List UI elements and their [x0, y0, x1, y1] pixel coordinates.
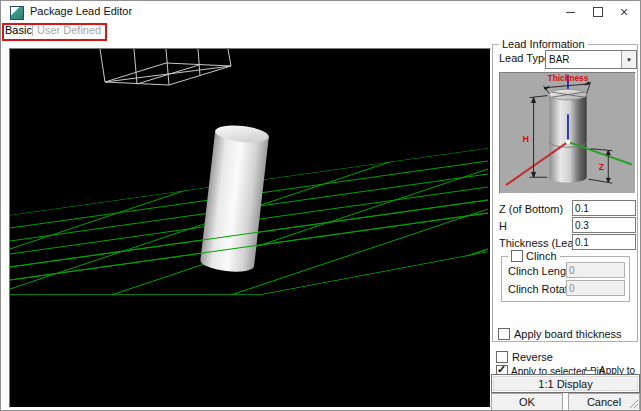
- z-of-bottom-label: Z (of Bottom): [499, 203, 563, 215]
- title-bar: Package Lead Editor ×: [1, 1, 640, 23]
- minimize-icon: [566, 12, 575, 13]
- lead-type-dropdown[interactable]: BAR ▼: [545, 50, 637, 69]
- dropdown-arrow-icon[interactable]: ▼: [621, 51, 636, 68]
- z-dim-label: Z: [599, 162, 605, 172]
- clinch-group: Clinch Clinch Length Clinch Rotation: [501, 256, 630, 302]
- h-label: H: [499, 220, 507, 232]
- lead-type-value: BAR: [546, 54, 621, 65]
- reverse-label: Reverse: [512, 351, 553, 363]
- resize-grip[interactable]: [628, 398, 639, 409]
- apply-board-thickness-row: Apply board thickness: [498, 328, 622, 340]
- lead-preview-image: Thickness H Z: [499, 72, 636, 194]
- clinch-checkbox-row: Clinch: [508, 250, 560, 262]
- maximize-button[interactable]: [584, 1, 612, 23]
- apply-board-thickness-label: Apply board thickness: [514, 328, 622, 340]
- minimize-button[interactable]: [556, 1, 584, 23]
- close-button[interactable]: ×: [610, 1, 638, 23]
- tab-bar: Basic User Defined: [1, 23, 640, 38]
- package-lead-editor-dialog: Package Lead Editor × Basic User Defined: [0, 0, 641, 411]
- clinch-rotation-input[interactable]: [566, 280, 625, 296]
- close-icon: ×: [620, 4, 628, 20]
- wireframe-box: [100, 49, 231, 85]
- z-of-bottom-input[interactable]: [572, 200, 636, 216]
- reverse-checkbox[interactable]: [496, 351, 508, 363]
- thickness-dim-label: Thickness: [548, 73, 589, 83]
- lead-panel: Lead Information Lead Type BAR ▼: [491, 39, 639, 411]
- lead-type-label: Lead Type: [499, 52, 550, 64]
- h-input[interactable]: [572, 217, 636, 233]
- ok-button[interactable]: OK: [491, 393, 563, 411]
- tab-basic[interactable]: Basic: [5, 24, 32, 37]
- lead-information-group: Lead Information Lead Type BAR ▼: [492, 44, 638, 342]
- window-title: Package Lead Editor: [30, 5, 132, 17]
- app-icon: [10, 6, 24, 20]
- reverse-row: Reverse: [496, 351, 553, 363]
- thickness-input[interactable]: [572, 234, 636, 250]
- apply-board-thickness-checkbox[interactable]: [498, 328, 510, 340]
- h-dim-label: H: [522, 134, 528, 144]
- tab-user-defined[interactable]: User Defined: [37, 24, 101, 37]
- display-1-1-button[interactable]: 1:1 Display: [491, 374, 640, 393]
- 3d-viewport[interactable]: [9, 48, 491, 408]
- maximize-icon: [593, 7, 603, 17]
- viewport-canvas: [10, 49, 488, 405]
- lead-preview-canvas: Thickness H Z: [500, 73, 633, 191]
- tab-separator: [32, 24, 33, 36]
- origin-dot: [566, 139, 571, 144]
- clinch-length-input[interactable]: [566, 262, 625, 278]
- clinch-checkbox[interactable]: [511, 250, 523, 262]
- lead-information-label: Lead Information: [499, 38, 588, 50]
- clinch-label: Clinch: [526, 250, 557, 262]
